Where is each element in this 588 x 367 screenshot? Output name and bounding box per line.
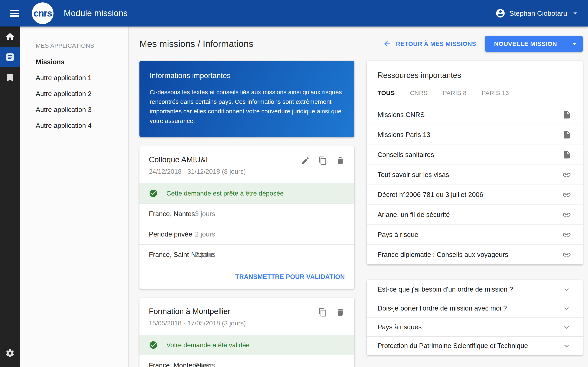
chevron-down-icon [562, 285, 571, 294]
link-icon [562, 250, 571, 259]
clipboard-icon [5, 52, 15, 62]
info-card-title: Informations importantes [150, 71, 344, 80]
faq-item-ordre-de-mission[interactable]: Est-ce que j'ai besoin d'un ordre de mis… [367, 280, 583, 299]
resource-item[interactable]: Conseils sanitaires [367, 145, 583, 165]
new-mission-button[interactable]: NOUVELLE MISSION [485, 36, 583, 52]
tab-tous[interactable]: TOUS [378, 90, 395, 96]
document-icon [562, 150, 571, 159]
chevron-down-icon [562, 304, 571, 313]
info-card-body: Ci-dessous les textes et conseils liés a… [150, 87, 344, 125]
sidebar-item-autre-application-3[interactable]: Autre application 3 [36, 106, 128, 114]
submit-for-validation-button[interactable]: TRANSMETTRE POUR VALIDATION [235, 273, 345, 281]
chevron-down-icon [562, 322, 571, 332]
new-mission-label[interactable]: NOUVELLE MISSION [485, 36, 566, 52]
resource-item[interactable]: Tout savoir sur les visas [367, 165, 583, 184]
document-icon [562, 130, 571, 139]
resource-item[interactable]: Ariane, un fil de sécurité [367, 205, 583, 225]
mission-status-banner: Cette demande est prête à être déposée [139, 183, 354, 203]
chevron-down-icon [562, 341, 571, 350]
resource-label: Tout savoir sur les visas [378, 171, 449, 179]
rail-bookmark-button[interactable] [0, 67, 20, 88]
resource-label: Missions CNRS [378, 111, 425, 119]
sidebar-section-title: MES APPLICATIONS [36, 42, 128, 49]
faq-label: Est-ce que j'ai besoin d'un ordre de mis… [378, 285, 513, 293]
app-bar: cnrs Module missions Stephan Ciobotaru [0, 0, 588, 26]
mission-dates: 24/12/2018 - 31/12/2018 (8 jours) [149, 168, 246, 175]
faq-item-porter-ordre[interactable]: Dois-je porter l'ordre de mission avec m… [367, 299, 583, 317]
sidebar-item-autre-application-2[interactable]: Autre application 2 [36, 90, 128, 98]
mission-status-text: Cette demande est prête à être déposée [166, 190, 284, 197]
cnrs-logo-text: cnrs [34, 8, 52, 19]
user-name: Stephan Ciobotaru [509, 9, 567, 17]
delete-icon[interactable] [336, 308, 345, 317]
resource-label: Conseils sanitaires [378, 151, 434, 159]
mission-card-formation: Formation à Montpellier 15/05/2018 - 17/… [139, 298, 354, 367]
resources-column: Ressources importantes TOUS CNRS PARIS 8… [367, 61, 583, 355]
bookmark-icon [5, 73, 15, 82]
mission-status-text: Votre demande a été validée [166, 341, 250, 349]
resource-label: Missions Paris 13 [378, 131, 430, 139]
cnrs-logo: cnrs [32, 2, 53, 24]
rail-home-button[interactable] [0, 26, 20, 47]
resource-item[interactable]: Missions CNRS [367, 105, 583, 125]
check-circle-icon [149, 341, 158, 350]
resource-label: France diplomatie : Conseils aux voyageu… [378, 251, 508, 259]
faq-item-protection-patrimoine[interactable]: Protection du Patrimoine Scientifique et… [367, 336, 583, 355]
user-caret-down-icon [571, 9, 580, 18]
sidebar-item-autre-application-1[interactable]: Autre application 1 [36, 74, 128, 82]
resource-label: Pays à risque [378, 231, 418, 239]
mission-title: Formation à Montpellier [149, 307, 246, 316]
back-link-label: RETOUR À MES MISSIONS [396, 40, 476, 47]
mission-card-colloque: Colloque AMIU&I 24/12/2018 - 31/12/2018 … [139, 146, 354, 289]
mission-segment-row: France, Nantes 3 jours [139, 203, 354, 224]
important-info-card: Informations importantes Ci-dessous les … [139, 61, 354, 137]
rail-missions-button[interactable] [0, 47, 20, 67]
arrow-back-icon [383, 40, 391, 48]
segment-place: France, Nantes [149, 210, 195, 218]
segment-duration: 2 jours [195, 251, 215, 259]
applications-sidebar: MES APPLICATIONS Missions Autre applicat… [20, 26, 129, 367]
tab-paris-8[interactable]: PARIS 8 [443, 90, 467, 96]
tab-paris-13[interactable]: PARIS 13 [482, 90, 509, 96]
duplicate-icon[interactable] [318, 308, 327, 317]
segment-duration: 3 jours [195, 210, 215, 218]
caret-down-icon [570, 40, 579, 48]
mission-segment-row: Periode privée 2 jours [139, 224, 354, 244]
delete-icon[interactable] [336, 156, 345, 165]
resource-label: Ariane, un fil de sécurité [378, 211, 450, 218]
sidebar-item-missions[interactable]: Missions [36, 58, 128, 66]
icon-rail [0, 26, 20, 367]
faq-label: Pays à risques [378, 323, 422, 331]
resource-item[interactable]: Missions Paris 13 [367, 125, 583, 145]
resource-item[interactable]: France diplomatie : Conseils aux voyageu… [367, 244, 583, 264]
back-to-missions-link[interactable]: RETOUR À MES MISSIONS [383, 40, 476, 48]
document-icon [562, 110, 571, 119]
link-icon [562, 230, 571, 239]
resources-card: Ressources importantes TOUS CNRS PARIS 8… [367, 61, 583, 264]
link-icon [562, 210, 571, 219]
user-menu[interactable]: Stephan Ciobotaru [495, 8, 580, 18]
app-title: Module missions [64, 8, 128, 18]
segment-duration: 3 jours [195, 361, 215, 367]
faq-item-pays-a-risques[interactable]: Pays à risques [367, 317, 583, 336]
resource-item[interactable]: Décret n°2006-781 du 3 juillet 2006 [367, 184, 583, 205]
mission-segment-row: France, Montepellier 3 jours [139, 355, 354, 367]
new-mission-dropdown-button[interactable] [566, 36, 583, 52]
faq-card: Est-ce que j'ai besoin d'un ordre de mis… [367, 280, 583, 355]
edit-icon[interactable] [301, 156, 310, 165]
gear-icon [5, 348, 15, 358]
resource-item[interactable]: Pays à risque [367, 225, 583, 244]
link-icon [562, 170, 571, 179]
account-circle-icon [495, 8, 506, 18]
rail-settings-button[interactable] [0, 343, 20, 363]
sidebar-item-autre-application-4[interactable]: Autre application 4 [36, 122, 128, 129]
segment-place: Periode privée [149, 230, 192, 238]
home-icon [5, 32, 15, 42]
hamburger-menu-icon[interactable] [9, 8, 20, 18]
faq-label: Dois-je porter l'ordre de mission avec m… [378, 304, 507, 312]
mission-segment-row: France, Saint-Nazaire 2 jours [139, 244, 354, 265]
link-icon [562, 190, 571, 199]
duplicate-icon[interactable] [318, 156, 327, 165]
resources-tabs: TOUS CNRS PARIS 8 PARIS 13 [378, 90, 572, 105]
tab-cnrs[interactable]: CNRS [410, 90, 428, 96]
